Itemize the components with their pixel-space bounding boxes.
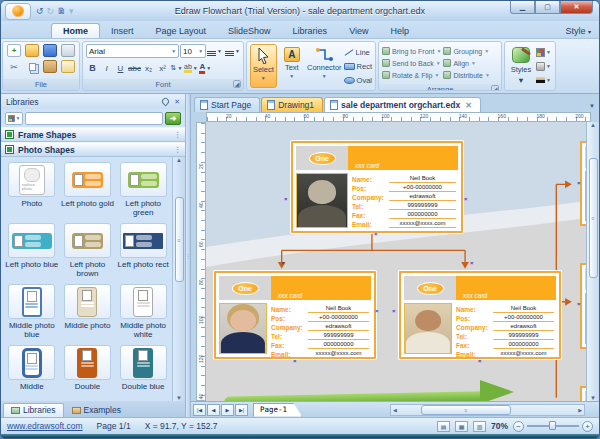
arrange-dialog-launcher-icon[interactable]: ◢: [491, 85, 499, 91]
strikethrough-button[interactable]: abc: [128, 62, 141, 75]
fullscreen-view-button[interactable]: ▥: [473, 421, 486, 432]
zoom-in-button[interactable]: +: [582, 421, 593, 432]
copy-icon[interactable]: [25, 60, 39, 73]
sidebar-scrollbar[interactable]: ▲ ≡ ▼: [172, 157, 185, 401]
drawing-canvas[interactable]: One xxx card Name:Neil BookPos:+00-00000…: [206, 122, 599, 401]
ribbon-tab-help[interactable]: Help: [379, 24, 420, 38]
shape-item-double[interactable]: Double: [60, 343, 116, 401]
zoom-slider-track[interactable]: [527, 425, 579, 427]
grouping-button[interactable]: Grouping▼: [443, 45, 490, 57]
format-painter-icon[interactable]: [61, 60, 75, 73]
new-document-icon[interactable]: +: [7, 44, 21, 57]
ribbon-tab-view[interactable]: View: [338, 24, 379, 38]
edrawsoft-link[interactable]: www.edrawsoft.com: [7, 421, 83, 431]
close-panel-icon[interactable]: ✕: [174, 98, 180, 106]
ribbon-tab-home[interactable]: Home: [51, 23, 100, 38]
shape-item-middle-photo-blue[interactable]: Middle photo blue: [4, 282, 60, 342]
line-color-button[interactable]: ▼: [536, 74, 551, 86]
font-dialog-launcher-icon[interactable]: ◢: [233, 80, 241, 88]
open-icon[interactable]: [25, 44, 39, 57]
sidebar-tab-examples[interactable]: Examples: [65, 404, 128, 417]
next-page-button[interactable]: ▶: [221, 404, 234, 416]
distribute-button[interactable]: Distribute▼: [443, 69, 490, 81]
print-icon[interactable]: [61, 44, 75, 57]
ribbon-tab-page-layout[interactable]: Page Layout: [145, 24, 218, 38]
fill-button[interactable]: ▼: [536, 60, 551, 72]
org-card-left[interactable]: One xxx card Name:Neil BookPos:+00-00000…: [214, 271, 376, 359]
org-card-right[interactable]: One xxx card Name:Neil BookPos:+00-00000…: [399, 271, 561, 359]
document-tab-start-page[interactable]: Start Page: [194, 97, 260, 112]
document-tab-drawing1[interactable]: Drawing1: [261, 97, 323, 112]
canvas-vertical-scrollbar[interactable]: ▲ ≡ ▼: [586, 122, 599, 401]
shape-item-left-photo-gold[interactable]: Left photo gold: [60, 160, 116, 220]
font-color-button[interactable]: A▼: [199, 62, 212, 75]
sidebar-scroll-thumb[interactable]: ≡: [175, 197, 184, 282]
scroll-up-icon[interactable]: ▲: [176, 157, 182, 163]
save-icon[interactable]: [43, 44, 57, 57]
oval-tool-button[interactable]: Oval: [344, 74, 372, 87]
close-tab-icon[interactable]: ✕: [465, 101, 472, 110]
style-menu[interactable]: Style ▾: [565, 26, 591, 36]
canvas-scroll-thumb[interactable]: ≡: [589, 158, 598, 278]
cut-icon[interactable]: ✂: [7, 60, 21, 73]
library-search-input[interactable]: [25, 112, 163, 125]
first-page-button[interactable]: |◀: [193, 404, 206, 416]
zoom-slider-handle[interactable]: [549, 421, 556, 430]
shape-item-middle-photo[interactable]: Middle photo: [60, 282, 116, 342]
shape-item-left-photo-green[interactable]: Left photo green: [115, 160, 171, 220]
canvas-hscroll-thumb[interactable]: ≡: [421, 405, 511, 415]
last-page-button[interactable]: ▶|: [235, 404, 248, 416]
shape-item-left-photo-brown[interactable]: Left photo brown: [60, 221, 116, 281]
align-button[interactable]: Align▼: [443, 57, 490, 69]
shape-item-left-photo-blue[interactable]: Left photo blue: [4, 221, 60, 281]
line-spacing-button[interactable]: ⇅▼: [170, 62, 183, 75]
zoom-out-button[interactable]: −: [513, 421, 524, 432]
page-view-button[interactable]: ▦: [455, 421, 468, 432]
font-size-combo[interactable]: 10▼: [180, 44, 206, 58]
font-family-combo[interactable]: Arial▼: [86, 44, 179, 58]
library-search-go-button[interactable]: ➜: [165, 112, 181, 125]
document-tab-sale-department-orgchart-edx[interactable]: sale department orgchart.edx✕: [324, 97, 481, 112]
shape-item-middle[interactable]: Middle: [4, 343, 60, 401]
subscript-button[interactable]: x₂: [142, 62, 155, 75]
styles-button[interactable]: Styles▼: [508, 44, 534, 88]
highlight-button[interactable]: ab▼: [184, 62, 198, 75]
scroll-up-icon[interactable]: ▲: [590, 122, 596, 128]
canvas-horizontal-scrollbar[interactable]: ◀ ≡ ▶: [390, 404, 585, 416]
text-tool-button[interactable]: A Text▼: [279, 44, 305, 88]
page-tab[interactable]: Page-1: [253, 403, 302, 417]
scroll-down-icon[interactable]: ▼: [590, 395, 596, 401]
bold-button[interactable]: B: [86, 62, 99, 75]
underline-button[interactable]: U: [114, 62, 127, 75]
italic-button[interactable]: I: [100, 62, 113, 75]
rect-tool-button[interactable]: Rect: [344, 60, 372, 73]
shape-item-double-blue[interactable]: Double blue: [115, 343, 171, 401]
tab-list-dropdown-icon[interactable]: ▼: [589, 103, 595, 109]
scroll-left-icon[interactable]: ◀: [393, 407, 397, 413]
sidebar-tab-libraries[interactable]: Libraries: [3, 403, 64, 417]
ribbon-tab-insert[interactable]: Insert: [100, 24, 145, 38]
pin-icon[interactable]: [161, 96, 171, 106]
shape-item-middle-photo-white[interactable]: Middle photo white: [115, 282, 171, 342]
select-tool-button[interactable]: Select▼: [250, 44, 277, 88]
bullets-button[interactable]: ▼: [223, 45, 240, 58]
scroll-right-icon[interactable]: ▶: [578, 407, 582, 413]
section-frame-shapes[interactable]: Frame Shapes⋮: [1, 127, 185, 142]
line-tool-button[interactable]: Line: [344, 46, 372, 59]
shape-item-left-photo-rect[interactable]: Left photo rect: [115, 221, 171, 281]
superscript-button[interactable]: x²: [156, 62, 169, 75]
quick-styles-button[interactable]: ▼: [536, 46, 551, 58]
shape-item-photo[interactable]: replace photoPhoto: [4, 160, 60, 220]
close-button[interactable]: ✕: [560, 1, 593, 14]
org-card-top[interactable]: One xxx card Name:Neil BookPos:+00-00000…: [291, 141, 463, 233]
ribbon-tab-libraries[interactable]: Libraries: [282, 24, 339, 38]
normal-view-button[interactable]: ▤: [437, 421, 450, 432]
section-photo-shapes[interactable]: Photo Shapes⋮: [1, 142, 185, 157]
prev-page-button[interactable]: ◀: [207, 404, 220, 416]
send-to-back-button[interactable]: Send to Back▼: [382, 57, 441, 69]
paste-icon[interactable]: [43, 60, 57, 73]
connector-tool-button[interactable]: Connector▼: [307, 44, 342, 88]
minimize-button[interactable]: ▁: [510, 1, 535, 14]
align-button[interactable]: ▼: [207, 45, 222, 58]
ribbon-tab-slideshow[interactable]: SlideShow: [217, 24, 282, 38]
